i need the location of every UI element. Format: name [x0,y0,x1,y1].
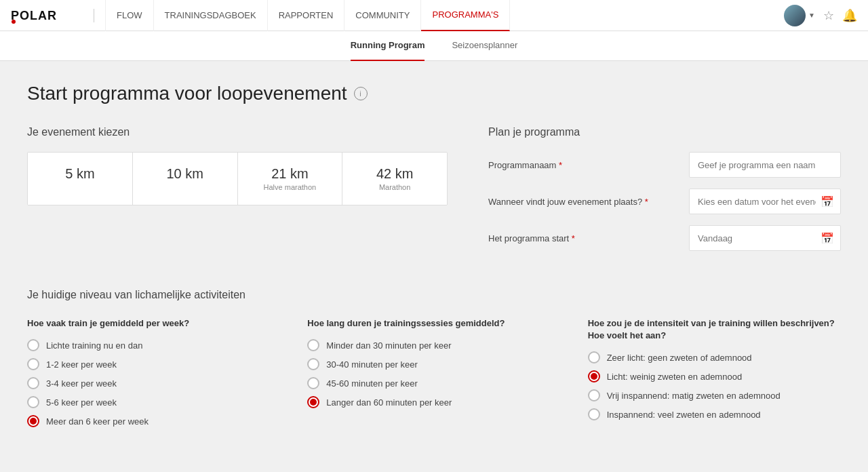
program-start-input[interactable] [689,225,841,251]
distance-42km-label: 42 km [376,166,413,182]
intensity-question: Hoe zou je de intensiteit van je trainin… [588,317,841,342]
favorites-icon[interactable]: ☆ [823,8,834,23]
freq-6plus-radio[interactable] [27,415,39,427]
nav-rapporten[interactable]: RAPPORTEN [268,0,345,31]
nav-programmas[interactable]: PROGRAMMA'S [421,0,510,31]
svg-point-1 [12,20,16,24]
freq-6plus-label: Meer dan 6 keer per week [46,416,149,427]
freq-3-4[interactable]: 3-4 keer per week [27,377,280,389]
polar-wordmark: POLAR [11,7,72,24]
dur-30-40[interactable]: 30-40 minuten per keer [307,358,560,370]
left-column: Je evenement kiezen 5 km 10 km 21 km Hal… [27,126,448,262]
freq-5-6[interactable]: 5-6 keer per week [27,396,280,408]
freq-licht-label: Lichte training nu en dan [46,340,142,351]
int-inspannend[interactable]: Inspannend: veel zweten en ademnood [588,408,841,420]
dur-lt30-label: Minder dan 30 minuten per keer [326,340,451,351]
dur-gt60-label: Langer dan 60 minuten per keer [326,397,452,408]
distance-42km-sublabel: Marathon [379,183,410,191]
page-title-text: Start programma voor loopevenement [27,83,347,104]
program-name-required: * [559,160,562,170]
activity-grid: Hoe vaak train je gemiddeld per week? Li… [27,317,841,427]
navbar: POLAR FLOW TRAININGSDAGBOEK RAPPORTEN CO… [0,0,868,31]
frequency-question: Hoe vaak train je gemiddeld per week? [27,317,280,330]
program-start-required: * [572,233,575,243]
dur-lt30[interactable]: Minder dan 30 minuten per keer [307,339,560,351]
intensity-column: Hoe zou je de intensiteit van je trainin… [588,317,841,427]
freq-licht-radio[interactable] [27,339,39,351]
event-date-label: Wanneer vindt jouw evenement plaats? * [488,197,678,207]
notifications-icon[interactable]: 🔔 [842,8,857,23]
event-date-input[interactable] [689,189,841,214]
event-date-required: * [645,197,648,207]
int-licht-radio[interactable] [588,370,600,382]
program-name-label: Programmanaam * [488,160,678,170]
freq-1-2[interactable]: 1-2 keer per week [27,358,280,370]
int-vrij-inspannend-label: Vrij inspannend: matig zweten en ademnoo… [607,391,781,401]
dur-lt30-radio[interactable] [307,339,319,351]
freq-1-2-radio[interactable] [27,358,39,370]
dur-45-60-radio[interactable] [307,377,319,389]
program-name-input[interactable] [689,152,841,178]
subnav-running-program[interactable]: Running Program [351,31,425,61]
brand-logo[interactable]: POLAR [11,7,72,24]
chevron-down-icon: ▼ [808,12,815,19]
nav-community[interactable]: COMMUNITY [344,0,421,31]
distance-42km[interactable]: 42 km Marathon [342,153,447,205]
dur-30-40-label: 30-40 minuten per keer [326,359,417,370]
duration-question: Hoe lang duren je trainingssessies gemid… [307,317,560,330]
distance-10km[interactable]: 10 km [133,153,238,205]
int-licht-label: Licht: weinig zweten en ademnood [607,372,742,382]
freq-6plus[interactable]: Meer dan 6 keer per week [27,415,280,427]
int-zeer-licht-radio[interactable] [588,351,600,363]
freq-licht[interactable]: Lichte training nu en dan [27,339,280,351]
freq-5-6-radio[interactable] [27,396,39,408]
dur-30-40-radio[interactable] [307,358,319,370]
distance-5km[interactable]: 5 km [28,153,133,205]
dur-45-60[interactable]: 45-60 minuten per keer [307,377,560,389]
freq-3-4-label: 3-4 keer per week [46,378,117,389]
user-avatar-container[interactable]: ▼ [784,5,815,26]
distance-10km-sublabel [184,183,186,191]
program-start-label: Het programma start * [488,233,678,243]
nav-trainingsdagboek[interactable]: TRAININGSDAGBOEK [154,0,268,31]
avatar [784,5,806,26]
duration-column: Hoe lang duren je trainingssessies gemid… [307,317,560,427]
frequency-column: Hoe vaak train je gemiddeld per week? Li… [27,317,280,427]
nav-links: FLOW TRAININGSDAGBOEK RAPPORTEN COMMUNIT… [105,0,784,31]
nav-flow[interactable]: FLOW [105,0,154,31]
distance-21km[interactable]: 21 km Halve marathon [238,153,343,205]
int-zeer-licht[interactable]: Zeer licht: geen zweten of ademnood [588,351,841,363]
program-start-field[interactable]: 📅 [689,225,841,251]
subnav-seizoensplanner[interactable]: Seizoensplanner [452,31,517,61]
int-vrij-inspannend[interactable]: Vrij inspannend: matig zweten en ademnoo… [588,389,841,401]
distance-5km-sublabel [79,183,81,191]
distance-5km-label: 5 km [65,166,94,182]
svg-text:POLAR: POLAR [11,9,57,22]
info-icon[interactable]: i [354,87,368,100]
program-name-field[interactable] [689,152,841,178]
event-date-row: Wanneer vindt jouw evenement plaats? * 📅 [488,189,841,214]
two-column-layout: Je evenement kiezen 5 km 10 km 21 km Hal… [27,126,841,262]
page-title: Start programma voor loopevenement i [27,83,841,104]
distance-21km-sublabel: Halve marathon [264,183,317,191]
int-inspannend-radio[interactable] [588,408,600,420]
activity-section: Je huidige niveau van lichamelijke activ… [27,289,841,427]
freq-3-4-radio[interactable] [27,377,39,389]
int-licht[interactable]: Licht: weinig zweten en ademnood [588,370,841,382]
navbar-right: ▼ ☆ 🔔 [784,5,857,26]
frequency-radio-group: Lichte training nu en dan 1-2 keer per w… [27,339,280,427]
dur-45-60-label: 45-60 minuten per keer [326,378,417,389]
int-zeer-licht-label: Zeer licht: geen zweten of ademnood [607,353,752,363]
program-start-row: Het programma start * 📅 [488,225,841,251]
intensity-radio-group: Zeer licht: geen zweten of ademnood Lich… [588,351,841,420]
dur-gt60-radio[interactable] [307,396,319,408]
main-content: Start programma voor loopevenement i Je … [0,61,868,454]
right-column: Plan je programma Programmanaam * Wannee… [488,126,841,262]
distance-10km-label: 10 km [166,166,203,182]
distance-selector: 5 km 10 km 21 km Halve marathon 42 km Ma… [27,152,448,205]
duration-radio-group: Minder dan 30 minuten per keer 30-40 min… [307,339,560,408]
nav-divider [94,9,94,22]
int-vrij-inspannend-radio[interactable] [588,389,600,401]
dur-gt60[interactable]: Langer dan 60 minuten per keer [307,396,560,408]
event-date-field[interactable]: 📅 [689,189,841,214]
